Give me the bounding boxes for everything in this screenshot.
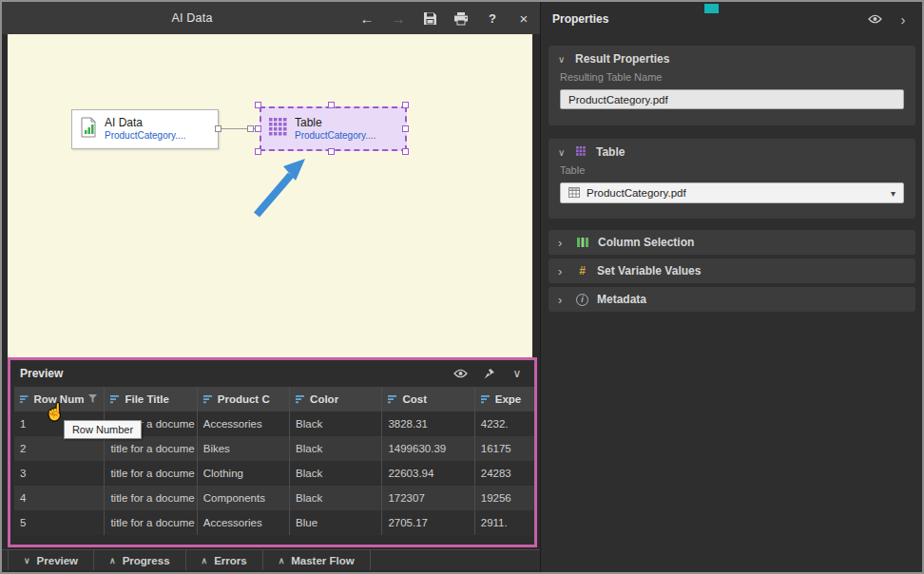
chevron-down-icon: ▾: [891, 188, 895, 199]
source-node-label: AI Data: [105, 116, 185, 130]
flow-titlebar: AI Data ← → ? ×: [2, 2, 540, 34]
tab-errors[interactable]: ∧ Errors: [186, 550, 263, 570]
table-select-dropdown[interactable]: ProductCategory.pdf ▾: [560, 182, 904, 203]
collapse-panel-icon[interactable]: ∨: [510, 367, 525, 380]
hash-icon: #: [576, 264, 588, 277]
chevron-up-icon: ∧: [202, 556, 208, 565]
section-set-variable-values[interactable]: › # Set Variable Values: [549, 258, 915, 283]
properties-panel: Properties › ∨ Result Properties Resulti…: [540, 2, 922, 572]
chevron-up-icon: ∧: [279, 556, 285, 565]
section-result-properties: ∨ Result Properties Resulting Table Name: [549, 46, 915, 125]
preview-panel-header: Preview ∨: [10, 360, 534, 387]
chevron-right-icon: ›: [558, 293, 568, 307]
table-row[interactable]: 4 title for a docume Components Black 17…: [14, 486, 537, 510]
selection-handle[interactable]: [255, 148, 261, 155]
section-metadata[interactable]: › i Metadata: [549, 287, 915, 312]
table-node-label: Table: [295, 116, 375, 130]
table-row[interactable]: 3 title for a docume Clothing Black 2260…: [14, 461, 537, 486]
sort-icon: [481, 394, 491, 404]
properties-header: Properties ›: [541, 2, 922, 36]
table-grid-icon: [269, 118, 287, 140]
forward-icon[interactable]: →: [390, 10, 407, 27]
tooltip-row-number: Row Number: [64, 420, 142, 439]
connector-port-mid[interactable]: [247, 125, 254, 132]
selection-handle[interactable]: [255, 125, 261, 132]
tab-preview[interactable]: ∨ Preview: [8, 550, 94, 570]
table-node[interactable]: Table ProductCategory....: [260, 106, 407, 151]
sort-icon: [20, 394, 29, 404]
save-icon[interactable]: [421, 10, 438, 27]
preview-table: Row Num File Title Product C Color: [14, 387, 537, 535]
mouse-cursor-icon: ☝: [45, 402, 65, 422]
sort-icon: [110, 394, 120, 404]
connector-line: [221, 128, 260, 129]
column-header-expenses[interactable]: Expe: [475, 387, 537, 411]
flow-canvas[interactable]: AI Data ProductCategory....: [8, 34, 532, 359]
table-icon: [568, 187, 580, 200]
resulting-table-name-input[interactable]: [560, 89, 904, 109]
app-window: AI Data ← → ? ×: [0, 0, 924, 574]
help-icon[interactable]: ?: [484, 10, 501, 27]
document-chart-icon: [80, 117, 97, 142]
eye-icon[interactable]: [452, 367, 468, 380]
bottom-tabbar: ∨ Preview ∧ Progress ∧ Errors ∧ Master F…: [2, 549, 540, 570]
flow-title: AI Data: [2, 11, 382, 25]
column-header-file-title[interactable]: File Title: [105, 387, 197, 411]
preview-table-header-row: Row Num File Title Product C Color: [14, 387, 537, 411]
column-header-product-category[interactable]: Product C: [198, 387, 290, 411]
annotation-arrow: [8, 34, 532, 359]
chevron-right-icon: ›: [558, 264, 568, 278]
preview-panel-title: Preview: [20, 367, 63, 380]
collapse-panel-right-icon[interactable]: ›: [895, 12, 911, 26]
source-node-subtitle: ProductCategory....: [105, 130, 185, 143]
selection-handle[interactable]: [328, 102, 335, 108]
selection-handle[interactable]: [328, 148, 335, 155]
table-row[interactable]: 2 title for a docume Bikes Black 1499630…: [14, 436, 537, 461]
back-icon[interactable]: ←: [358, 10, 375, 27]
eye-icon[interactable]: [867, 12, 882, 26]
column-header-color[interactable]: Color: [290, 387, 382, 411]
close-icon[interactable]: ×: [515, 10, 532, 27]
print-icon[interactable]: [452, 10, 470, 27]
section-column-selection[interactable]: › Column Selection: [549, 230, 915, 255]
titlebar-actions: ← → ? ×: [358, 10, 532, 27]
section-table-header[interactable]: ∨ Table: [549, 139, 915, 163]
teal-indicator: [704, 4, 719, 13]
chevron-up-icon: ∧: [109, 556, 116, 565]
column-header-cost[interactable]: Cost: [382, 387, 474, 411]
resulting-table-name-label: Resulting Table Name: [549, 69, 915, 83]
chevron-down-icon: ∨: [558, 147, 568, 158]
table-node-subtitle: ProductCategory....: [295, 130, 375, 143]
selection-handle[interactable]: [402, 148, 409, 155]
table-select-label: Table: [549, 163, 915, 176]
sort-icon: [203, 394, 213, 404]
properties-title: Properties: [552, 12, 608, 26]
table-row[interactable]: 5 title for a docume Accessories Blue 27…: [14, 510, 537, 535]
info-icon: i: [576, 294, 588, 306]
section-result-header[interactable]: ∨ Result Properties: [549, 46, 915, 69]
selection-handle[interactable]: [402, 125, 409, 132]
pin-icon[interactable]: [481, 367, 496, 380]
preview-panel: Preview ∨: [8, 357, 537, 547]
table-grid-icon: [575, 146, 588, 158]
selection-handle[interactable]: [255, 102, 261, 108]
selection-handle[interactable]: [402, 102, 409, 108]
chevron-down-icon: ∨: [24, 556, 30, 565]
section-table: ∨ Table Table ProductCategory.pdf ▾: [549, 139, 915, 219]
tab-master-flow[interactable]: ∧ Master Flow: [263, 550, 371, 570]
filter-icon: [88, 394, 98, 404]
chevron-right-icon: ›: [558, 236, 568, 250]
connector-port-out[interactable]: [215, 125, 221, 132]
sort-icon: [296, 394, 305, 404]
chevron-down-icon: ∨: [558, 54, 568, 65]
source-node-ai-data[interactable]: AI Data ProductCategory....: [71, 109, 219, 149]
table-select-value: ProductCategory.pdf: [587, 187, 686, 199]
columns-icon: [576, 237, 589, 248]
tab-progress[interactable]: ∧ Progress: [94, 550, 185, 570]
sort-icon: [388, 394, 397, 404]
